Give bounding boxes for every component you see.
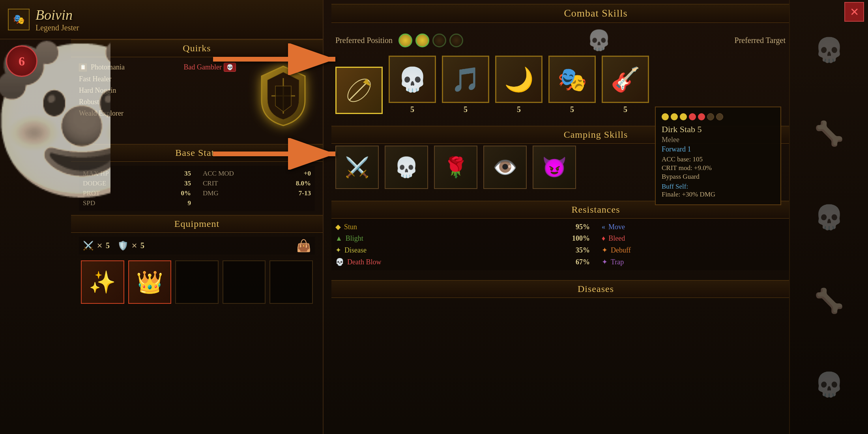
- char-class: Legend Jester: [36, 23, 79, 32]
- stat-name-dmg: DMG: [203, 189, 219, 197]
- armor-level: ✕: [131, 241, 137, 250]
- equip-slot-2[interactable]: [175, 260, 219, 304]
- camping-skills-section: Camping Skills ⚔️ 💀 🌹 👁️ 😈: [324, 122, 868, 195]
- skill-slot-5[interactable]: 🎸 5: [602, 56, 649, 114]
- death-blow-icon: 💀: [335, 258, 344, 266]
- position-dots: [398, 34, 463, 47]
- side-deco-3: 🦴: [814, 287, 844, 315]
- tooltip-dot-3: [689, 113, 696, 120]
- side-deco-0: 💀: [814, 36, 844, 64]
- arrow-svg-2: [209, 138, 347, 170]
- pos-dot-3: [449, 34, 463, 47]
- skill-slot-2[interactable]: 🎵 5: [442, 56, 489, 114]
- blight-label: Blight: [346, 234, 569, 243]
- equip-slot-3[interactable]: [223, 260, 266, 304]
- skill-icon-1[interactable]: 💀: [389, 56, 436, 103]
- equip-slot-1[interactable]: 👑: [128, 260, 172, 304]
- stats-grid: MAX HP 35 ACC MOD +0 DODGE 35 CRIT 8.0%: [79, 166, 315, 211]
- equip-header: ⚔️ ✕ 5 🛡️ ✕ 5 👜: [79, 237, 315, 254]
- resist-disease: ✦ Disease 35%: [335, 246, 590, 254]
- char-icon: 🎭: [8, 9, 30, 30]
- stat-row-dmg: DMG 7-13: [203, 189, 311, 197]
- tooltip-buff-section: Buff Self: Finale: +30% DMG: [662, 183, 774, 198]
- equip-armor-stat: 🛡️ ✕ 5: [118, 241, 144, 251]
- side-deco-1: 🦴: [814, 120, 844, 148]
- skills-row: 💀 5 🎵 5 🌙 5 🎭 5 🎸 5: [331, 56, 860, 114]
- stat-val-maxhp: 35: [184, 170, 191, 178]
- move-icon: «: [602, 223, 605, 231]
- tooltip-dot-1: [671, 113, 678, 120]
- arrow-svg-1: [209, 43, 347, 75]
- skill-level-3: 5: [517, 105, 521, 114]
- pos-dot-2: [432, 34, 446, 47]
- death-blow-value: 67%: [576, 258, 590, 266]
- char-header: 🎭 Boivin Legend Jester: [0, 0, 323, 39]
- debuff-icon: ✦: [602, 246, 608, 254]
- tooltip-buff-label: Buff Self:: [662, 183, 688, 190]
- diseases-section: Diseases: [324, 276, 868, 302]
- position-target-row: Preferred Position 💀 Preferred Target: [331, 29, 860, 52]
- blight-value: 100%: [572, 234, 590, 243]
- resist-blight: ▲ Blight 100%: [335, 234, 590, 243]
- skill-icon-4[interactable]: 🎭: [548, 56, 596, 103]
- skill-slot-3[interactable]: 🌙 5: [495, 56, 542, 114]
- combat-skills-header: Combat Skills: [331, 4, 860, 23]
- stat-val-dodge: 35: [184, 180, 191, 187]
- right-panel: Combat Skills Preferred Position 💀 Prefe…: [324, 0, 868, 434]
- close-button[interactable]: ✕: [844, 2, 864, 22]
- tooltip-dot-5: [707, 113, 714, 120]
- skill-level-5: 5: [623, 105, 627, 114]
- pos-dot-1: [415, 34, 429, 47]
- resist-stun: ◆ Stun 95%: [335, 223, 590, 231]
- camp-skill-2[interactable]: 🌹: [434, 146, 477, 189]
- skill-slot-1[interactable]: 💀 5: [389, 56, 436, 114]
- close-icon: ✕: [850, 6, 859, 19]
- stun-icon: ◆: [335, 223, 341, 231]
- disease-label: Disease: [344, 246, 572, 254]
- char-name: Boivin: [36, 7, 79, 23]
- tooltip-dot-4: [698, 113, 705, 120]
- resistances-section: Resistances ◆ Stun 95% « Move 80% ▲ Bl: [324, 197, 868, 274]
- equip-slot-icon-1: 👑: [136, 269, 163, 295]
- tooltip-dots: [662, 113, 774, 120]
- skill-level-1: 5: [410, 105, 414, 114]
- level-number: 6: [19, 54, 25, 69]
- tooltip-dot-6: [716, 113, 723, 120]
- stat-val-prot: 0%: [181, 189, 191, 197]
- tooltip-bypass: Bypass Guard: [662, 173, 774, 181]
- arrow-annotation-1: [209, 43, 347, 77]
- resistances-grid: ◆ Stun 95% « Move 80% ▲ Blight 100%: [331, 219, 860, 270]
- disease-icon: ✦: [335, 246, 341, 254]
- skill-level-4: 5: [570, 105, 574, 114]
- equip-bag: 👜: [296, 239, 311, 253]
- skill-icon-5[interactable]: 🎸: [602, 56, 649, 103]
- tooltip-skill-name: Dirk Stab 5: [662, 124, 774, 135]
- equip-slots: ✨ 👑: [79, 258, 315, 306]
- camp-skill-4[interactable]: 😈: [533, 146, 576, 189]
- skull-divider: 💀: [587, 29, 611, 52]
- blight-icon: ▲: [335, 234, 342, 243]
- skill-level-2: 5: [464, 105, 468, 114]
- tooltip-dot-2: [680, 113, 687, 120]
- skill-tooltip: Dirk Stab 5 Melee Forward 1 ACC base: 10…: [655, 107, 781, 205]
- camp-skill-3[interactable]: 👁️: [483, 146, 527, 189]
- skill-icon-3[interactable]: 🌙: [495, 56, 542, 103]
- stat-row-crit: CRIT 8.0%: [203, 180, 311, 187]
- side-deco-2: 💀: [814, 203, 844, 231]
- tooltip-skill-launch: Forward 1: [662, 145, 774, 153]
- level-badge: 6: [6, 45, 37, 77]
- side-deco-4: 💀: [814, 370, 844, 398]
- arrow-annotation-2: [209, 138, 347, 171]
- skill-icon-2[interactable]: 🎵: [442, 56, 489, 103]
- trap-icon: ✦: [602, 258, 608, 266]
- right-background-panel: 💀 🦴 💀 🦴 💀: [789, 0, 868, 434]
- stat-val-dmg: 7-13: [299, 189, 311, 197]
- combat-skills-section: Combat Skills Preferred Position 💀 Prefe…: [324, 0, 868, 118]
- skill-slot-4[interactable]: 🎭 5: [548, 56, 596, 114]
- stat-val-crit: 8.0%: [296, 180, 311, 187]
- camp-skill-1[interactable]: 💀: [385, 146, 428, 189]
- equip-slot-4[interactable]: [269, 260, 313, 304]
- armor-level-num: 5: [140, 241, 144, 250]
- char-name-block: Boivin Legend Jester: [36, 7, 79, 32]
- preferred-position-block: Preferred Position: [335, 34, 463, 47]
